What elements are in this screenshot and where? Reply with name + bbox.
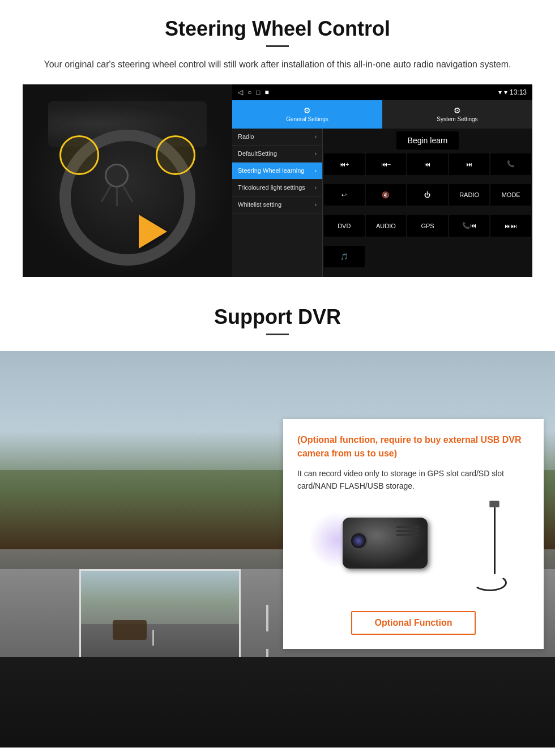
control-buttons-grid: ⏮+ ⏮− ⏮ ⏭ 📞 ↩ 🔇 ⏻ RADIO MODE DVD AUDIO G…: [323, 152, 532, 277]
mode-button[interactable]: MODE: [490, 184, 531, 206]
usb-cable: [494, 501, 496, 574]
hang-up-button[interactable]: ↩: [324, 184, 365, 206]
dvr-title-area: Support DVR: [0, 288, 555, 351]
controls-panel: Begin learn ⏮+ ⏮− ⏮ ⏭ 📞 ↩ 🔇 ⏻ RADIO MODE: [323, 129, 532, 277]
tab-general-settings[interactable]: ⚙ General Settings: [232, 100, 382, 129]
title-divider: [266, 45, 289, 47]
dvr-section: Support DVR: [0, 288, 555, 748]
dashboard-area: [0, 657, 555, 748]
phone-prev-button[interactable]: 📞⏮: [449, 215, 490, 237]
menu-icon: ■: [265, 88, 269, 96]
direction-arrow: [139, 215, 167, 249]
begin-learn-row: Begin learn: [323, 129, 532, 152]
menu-item-whitelist[interactable]: Whitelist setting ›: [232, 197, 322, 213]
vent-slot-3: [396, 534, 419, 536]
general-settings-icon: ⚙: [304, 106, 311, 115]
phone-next-button[interactable]: ⏭⏭: [490, 215, 531, 237]
highlight-left: [59, 135, 99, 175]
power-button[interactable]: ⏻: [407, 184, 448, 206]
radio-chevron: ›: [315, 134, 317, 140]
begin-learn-button[interactable]: Begin learn: [396, 131, 459, 150]
statusbar-nav-icons: ◁ ○ □ ■: [238, 88, 269, 96]
dvd-button[interactable]: DVD: [324, 215, 365, 237]
tab-system-settings[interactable]: ⚙ System Settings: [382, 100, 532, 129]
steering-wheel-photo: [23, 84, 232, 277]
page-title: Steering Wheel Control: [23, 17, 532, 41]
phone-button[interactable]: 📞: [490, 153, 531, 175]
tricoloured-label: Tricoloured light settings: [238, 184, 305, 191]
wifi-icon: ▾: [504, 88, 507, 96]
steering-demo-area: ◁ ○ □ ■ ▾ ▾ 13:13 ⚙ General Settings: [23, 84, 532, 277]
menu-item-default-setting[interactable]: DefaultSetting ›: [232, 146, 322, 163]
gps-button[interactable]: GPS: [407, 215, 448, 237]
dvr-photo-area: (Optional function, require to buy exter…: [0, 351, 555, 748]
menu-controls-area: Radio › DefaultSetting › Steering Wheel …: [232, 129, 532, 277]
dvr-title: Support DVR: [23, 305, 532, 329]
inset-car: [113, 620, 147, 640]
dvr-optional-text: (Optional function, require to buy exter…: [297, 433, 530, 460]
menu-item-steering-wheel-learning[interactable]: Steering Wheel learning ›: [232, 163, 322, 180]
steering-section: Steering Wheel Control Your original car…: [0, 0, 555, 288]
vol-up-button[interactable]: ⏮+: [324, 153, 365, 175]
extra-button[interactable]: 🎵: [324, 246, 365, 267]
optional-function-container: Optional Function: [297, 611, 530, 635]
wheel-container: [48, 101, 207, 260]
dvr-description: It can record video only to storage in G…: [297, 467, 530, 493]
cable-curve: [473, 574, 507, 591]
vent-slot-1: [396, 526, 419, 528]
optional-function-button[interactable]: Optional Function: [351, 611, 476, 635]
settings-tabs: ⚙ General Settings ⚙ System Settings: [232, 100, 532, 129]
system-settings-icon: ⚙: [454, 106, 461, 115]
wheel-background: [23, 84, 232, 277]
road-marking-1: [266, 605, 268, 631]
mute-button[interactable]: 🔇: [366, 184, 407, 206]
system-settings-label: System Settings: [437, 116, 477, 122]
section-description: Your original car's steering wheel contr…: [34, 57, 521, 72]
menu-item-tricoloured[interactable]: Tricoloured light settings ›: [232, 180, 322, 197]
tricoloured-chevron: ›: [315, 185, 317, 191]
prev-track-button[interactable]: ⏮: [407, 153, 448, 175]
back-icon: ◁: [238, 88, 243, 96]
home-icon: ○: [247, 88, 251, 96]
whitelist-label: Whitelist setting: [238, 201, 281, 208]
android-ui-panel: ◁ ○ □ ■ ▾ ▾ 13:13 ⚙ General Settings: [232, 84, 532, 277]
camera-body: [343, 518, 428, 569]
recent-icon: □: [256, 88, 260, 96]
general-settings-label: General Settings: [286, 116, 328, 122]
android-statusbar: ◁ ○ □ ■ ▾ ▾ 13:13: [232, 84, 532, 100]
signal-icon: ▾: [498, 88, 502, 96]
highlight-right: [156, 135, 195, 175]
dvr-camera-image-area: [297, 501, 530, 603]
vent-slot-2: [396, 530, 419, 532]
whitelist-chevron: ›: [315, 202, 317, 208]
usb-plug: [489, 501, 500, 507]
dvr-divider: [266, 334, 289, 335]
steering-chevron: ›: [315, 168, 317, 174]
default-setting-label: DefaultSetting: [238, 150, 277, 157]
radio-button[interactable]: RADIO: [449, 184, 490, 206]
menu-item-radio[interactable]: Radio ›: [232, 129, 322, 146]
camera-lens: [349, 532, 368, 550]
settings-menu-list: Radio › DefaultSetting › Steering Wheel …: [232, 129, 323, 277]
dvr-info-card: (Optional function, require to buy exter…: [283, 419, 544, 650]
audio-button[interactable]: AUDIO: [366, 215, 407, 237]
next-track-button[interactable]: ⏭: [449, 153, 490, 175]
wheel-hub: [105, 164, 129, 187]
radio-label: Radio: [238, 133, 254, 140]
steering-wheel-learning-label: Steering Wheel learning: [238, 167, 304, 174]
clock-display: 13:13: [510, 88, 527, 96]
vol-down-button[interactable]: ⏮−: [366, 153, 407, 175]
default-chevron: ›: [315, 151, 317, 157]
statusbar-info: ▾ ▾ 13:13: [498, 88, 527, 96]
inset-road-line: [152, 630, 154, 646]
